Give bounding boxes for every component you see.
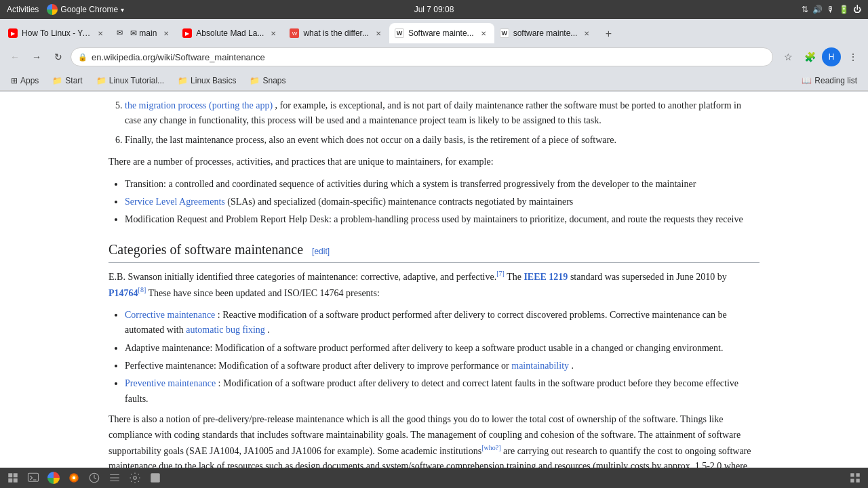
tab-4-label: what is the differ... <box>303 28 369 38</box>
tab-2-favicon: ✉ <box>117 28 126 38</box>
folder-icon-basics: 📁 <box>178 76 188 85</box>
list-item-partial: the migration process (porting the app) … <box>125 98 760 129</box>
categories-edit-link[interactable]: [edit] <box>312 247 330 256</box>
bookmark-start-label: Start <box>65 76 82 85</box>
who-ref-link[interactable]: [who?] <box>481 444 500 451</box>
bookmark-apps-label: Apps <box>20 76 39 85</box>
back-button[interactable]: ← <box>5 47 24 66</box>
tab-bar: ▶ How To Linux - Yo... ✕ ✉ ✉ main ✕ ▶ Ab… <box>0 19 868 43</box>
bullet-modification: Modification Request and Problem Report … <box>125 212 760 227</box>
tab-6-favicon: W <box>500 28 509 38</box>
extensions-button[interactable]: 🧩 <box>800 47 819 66</box>
url-text: en.wikipedia.org/wiki/Software_maintenan… <box>92 52 766 62</box>
maintainability-link[interactable]: maintainability <box>511 361 569 371</box>
tab-4[interactable]: W what is the differ... ✕ <box>284 23 389 43</box>
ref8-link[interactable]: [8] <box>138 286 146 293</box>
auto-bug-link[interactable]: automatic bug fixing <box>186 325 265 335</box>
tab-6-close[interactable]: ✕ <box>581 28 592 39</box>
apps-icon: ⊞ <box>11 76 18 85</box>
chrome-icon <box>47 4 58 15</box>
sla-link[interactable]: Service Level Agreements <box>125 197 225 207</box>
page-content: the migration process (porting the app) … <box>0 92 868 468</box>
partial-link[interactable]: the migration process (porting the app) <box>125 100 273 110</box>
gnome-top-bar: Activities Google Chrome ▾ Jul 7 09:08 ⇅… <box>0 0 868 19</box>
tab-6-label: software mainte... <box>513 28 578 38</box>
bookmark-linux-tutorial-label: Linux Tutorial... <box>109 76 164 85</box>
maintainer-bullets: Transition: a controlled and coordinated… <box>108 177 760 228</box>
bookmark-linux-tutorial[interactable]: 📁 Linux Tutorial... <box>91 75 170 87</box>
bullet-perfective: Perfective maintenance: Modification of … <box>125 359 760 373</box>
tab-2[interactable]: ✉ ✉ main ✕ <box>111 23 177 43</box>
bullet-transition: Transition: a controlled and coordinated… <box>125 177 760 192</box>
datetime: Jul 7 09:08 <box>414 5 454 14</box>
reload-button[interactable]: ↻ <box>49 47 68 66</box>
tab-4-close[interactable]: ✕ <box>373 28 384 39</box>
bookmark-apps[interactable]: ⊞ Apps <box>5 75 44 87</box>
bookmark-start[interactable]: 📁 Start <box>47 75 87 87</box>
corrective-link[interactable]: Corrective maintenance <box>125 310 215 320</box>
tab-3-label: Absolute Mad La... <box>196 28 264 38</box>
new-tab-button[interactable]: + <box>599 24 618 43</box>
bookmark-star-button[interactable]: ☆ <box>778 47 797 66</box>
bullet-corrective: Corrective maintenance : Reactive modifi… <box>125 308 760 338</box>
reading-list-icon: 📖 <box>802 76 812 85</box>
tab-5[interactable]: W Software mainte... ✕ <box>389 23 494 43</box>
bullet-sla: Service Level Agreements (SLAs) and spec… <box>125 195 760 209</box>
p14764-link[interactable]: P14764 <box>108 287 138 298</box>
list-item-final: Finally, the last maintenance process, a… <box>125 133 760 148</box>
power-icon: ⏻ <box>853 5 861 14</box>
folder-icon-tutorial: 📁 <box>96 76 106 85</box>
folder-icon-start: 📁 <box>52 76 62 85</box>
tab-3-favicon: ▶ <box>182 28 192 38</box>
lock-icon: 🔒 <box>78 53 87 62</box>
bookmark-linux-basics[interactable]: 📁 Linux Basics <box>172 75 241 87</box>
tab-4-favicon: W <box>290 28 299 38</box>
categories-bullets: Corrective maintenance : Reactive modifi… <box>108 308 760 407</box>
tab-5-close[interactable]: ✕ <box>478 28 489 39</box>
tab-5-favicon: W <box>395 28 404 38</box>
address-bar[interactable]: 🔒 en.wikipedia.org/wiki/Software_mainten… <box>71 47 773 66</box>
tab-1[interactable]: ▶ How To Linux - Yo... ✕ <box>3 23 111 43</box>
tab-3-close[interactable]: ✕ <box>268 28 279 39</box>
ieee-link[interactable]: IEEE 1219 <box>524 271 568 281</box>
system-tray: ⇅ 🔊 🎙 🔋 ⏻ <box>802 5 861 14</box>
bullet-preventive: Preventive maintenance : Modification of… <box>125 376 760 407</box>
partial-numbered-list: the migration process (porting the app) … <box>108 98 760 148</box>
mic-icon: 🎙 <box>827 5 835 14</box>
chrome-app-name: Google Chrome ▾ <box>47 4 124 15</box>
menu-button[interactable]: ⋮ <box>844 47 863 66</box>
tab-3[interactable]: ▶ Absolute Mad La... ✕ <box>177 23 284 43</box>
volume-icon: 🔊 <box>812 5 823 14</box>
bullet-adaptive: Adaptive maintenance: Modification of a … <box>125 341 760 356</box>
wiki-article: the migration process (porting the app) … <box>108 98 760 468</box>
forward-button[interactable]: → <box>27 47 46 66</box>
bookmarks-bar: ⊞ Apps 📁 Start 📁 Linux Tutorial... 📁 Lin… <box>0 70 868 91</box>
ref7-link[interactable]: [7] <box>496 270 505 277</box>
tab-2-close[interactable]: ✕ <box>161 28 172 39</box>
nav-bar: ← → ↻ 🔒 en.wikipedia.org/wiki/Software_m… <box>0 43 868 70</box>
bookmark-snaps[interactable]: 📁 Snaps <box>244 75 291 87</box>
profile-button[interactable]: H <box>822 47 841 66</box>
preventive-link[interactable]: Preventive maintenance <box>125 378 216 388</box>
taskbar <box>0 468 868 468</box>
tab-5-label: Software mainte... <box>408 28 474 38</box>
folder-icon-snaps: 📁 <box>250 76 260 85</box>
bookmark-linux-basics-label: Linux Basics <box>191 76 236 85</box>
nav-right-buttons: ☆ 🧩 H ⋮ <box>778 47 863 66</box>
activities-button[interactable]: Activities <box>7 5 39 14</box>
browser-chrome: ▶ How To Linux - Yo... ✕ ✉ ✉ main ✕ ▶ Ab… <box>0 19 868 92</box>
intro-para: There are a number of processes, activit… <box>108 155 760 169</box>
categories-para1: E.B. Swanson initially identified three … <box>108 268 760 301</box>
tab-1-label: How To Linux - Yo... <box>22 28 91 38</box>
reading-list-label: Reading list <box>814 76 857 85</box>
battery-icon: 🔋 <box>839 5 849 14</box>
network-icon: ⇅ <box>802 5 808 14</box>
bookmark-snaps-label: Snaps <box>262 76 285 85</box>
tab-2-label: ✉ main <box>130 28 157 38</box>
reading-list-button[interactable]: 📖 Reading list <box>796 75 863 87</box>
tab-1-close[interactable]: ✕ <box>95 28 106 39</box>
section-categories-heading: Categories of software maintenance [edit… <box>108 239 760 263</box>
tab-1-favicon: ▶ <box>8 28 18 38</box>
tab-6[interactable]: W software mainte... ✕ <box>494 23 598 43</box>
categories-para2: There is also a notion of pre-delivery/p… <box>108 412 760 468</box>
